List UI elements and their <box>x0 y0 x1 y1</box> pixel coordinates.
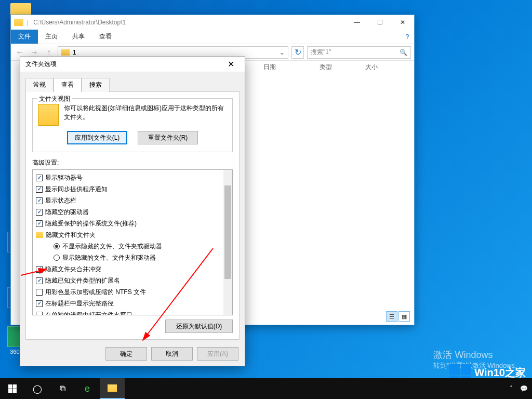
setting-label: 隐藏已知文件类型的扩展名 <box>45 276 120 285</box>
setting-item[interactable]: 显示状态栏 <box>34 195 231 206</box>
dialog-buttons: 确定 取消 应用(A) <box>20 344 245 366</box>
radio[interactable] <box>54 243 60 249</box>
folder-icon <box>36 232 43 238</box>
chevron-down-icon[interactable]: ⌄ <box>280 49 285 56</box>
explorer-titlebar[interactable]: | C:\Users\Administrator\Desktop\1 — ☐ ✕ <box>11 15 414 30</box>
setting-item[interactable]: 隐藏受保护的操作系统文件(推荐) <box>34 218 231 229</box>
scrollbar[interactable] <box>223 170 232 315</box>
address-text: 1 <box>73 49 76 56</box>
close-button[interactable]: ✕ <box>391 15 414 30</box>
setting-item[interactable]: 不显示隐藏的文件、文件夹或驱动器 <box>34 241 231 252</box>
minimize-button[interactable]: — <box>345 15 368 30</box>
dialog-tabs: 常规 查看 搜索 <box>20 72 245 91</box>
refresh-icon[interactable]: ↻ <box>291 46 304 59</box>
folder-views-desc: 你可以将此视图(如详细信息或图标)应用于这种类型的所有文件夹。 <box>64 104 227 122</box>
setting-label: 显示同步提供程序通知 <box>45 184 108 194</box>
tab-view[interactable]: 查看 <box>54 78 82 92</box>
setting-label: 隐藏空的驱动器 <box>45 207 89 217</box>
setting-item[interactable]: 在单独的进程中打开文件夹窗口 <box>34 309 231 315</box>
setting-label: 显示隐藏的文件、文件夹和驱动器 <box>62 253 156 262</box>
tab-view[interactable]: 查看 <box>92 30 119 44</box>
tab-home[interactable]: 主页 <box>38 30 65 44</box>
apply-to-folders-button[interactable]: 应用到文件夹(L) <box>67 131 127 144</box>
setting-label: 显示驱动器号 <box>45 173 83 182</box>
tray-chevron-icon[interactable]: ˄ <box>510 385 513 392</box>
system-tray[interactable]: ˄ 💬 <box>510 385 532 392</box>
maximize-button[interactable]: ☐ <box>368 15 391 30</box>
start-button[interactable] <box>0 378 25 399</box>
folder-icon <box>38 104 59 126</box>
setting-item[interactable]: 显示驱动器号 <box>34 172 231 183</box>
view-icons-button[interactable]: ▦ <box>398 311 410 322</box>
task-view-button[interactable]: ⧉ <box>50 378 75 399</box>
checkbox[interactable] <box>36 175 43 181</box>
dialog-title: 文件夹选项 <box>25 60 57 69</box>
qat-divider: | <box>26 19 28 26</box>
brand-title: Win10之家 <box>474 366 526 380</box>
restore-defaults-button[interactable]: 还原为默认值(D) <box>165 320 233 333</box>
apply-button[interactable]: 应用(A) <box>197 347 238 361</box>
checkbox[interactable] <box>36 186 43 193</box>
setting-label: 不显示隐藏的文件、文件夹或驱动器 <box>62 242 162 251</box>
search-icon: 🔍 <box>400 49 407 56</box>
checkbox[interactable] <box>36 209 43 216</box>
setting-item[interactable]: 隐藏文件夹合并冲突 <box>34 263 231 275</box>
view-details-button[interactable]: ☰ <box>386 311 397 322</box>
checkbox[interactable] <box>36 277 43 284</box>
setting-label: 隐藏文件和文件夹 <box>46 230 96 240</box>
ribbon-tabs: 文件 主页 共享 查看 ? <box>11 30 414 44</box>
dialog-titlebar[interactable]: 文件夹选项 ✕ <box>20 57 245 72</box>
taskbar[interactable]: ◯ ⧉ e ˄ 💬 <box>0 378 532 399</box>
folder-views-fieldset: 文件夹视图 你可以将此视图(如详细信息或图标)应用于这种类型的所有文件夹。 应用… <box>32 98 233 152</box>
folder-icon <box>14 19 23 26</box>
checkbox[interactable] <box>36 289 43 296</box>
radio[interactable] <box>54 255 60 261</box>
setting-item[interactable]: 显示同步提供程序通知 <box>34 183 231 195</box>
tab-search[interactable]: 搜索 <box>82 78 110 92</box>
edge-button[interactable]: e <box>75 378 100 399</box>
help-icon[interactable]: ? <box>401 30 414 44</box>
setting-item[interactable]: 隐藏文件和文件夹 <box>34 229 231 241</box>
checkbox[interactable] <box>36 312 43 316</box>
col-type[interactable]: 类型 <box>313 63 338 72</box>
fieldset-legend: 文件夹视图 <box>37 95 72 103</box>
explorer-taskbar-button[interactable] <box>100 378 125 399</box>
setting-label: 在标题栏中显示完整路径 <box>45 299 114 308</box>
setting-item[interactable]: 显示隐藏的文件、文件夹和驱动器 <box>34 252 231 263</box>
setting-item[interactable]: 隐藏空的驱动器 <box>34 206 231 218</box>
window-path: C:\Users\Administrator\Desktop\1 <box>33 19 126 26</box>
advanced-settings-label: 高级设置: <box>32 158 233 167</box>
setting-label: 隐藏文件夹合并冲突 <box>45 264 101 274</box>
reset-folders-button[interactable]: 重置文件夹(R) <box>138 131 198 144</box>
setting-label: 隐藏受保护的操作系统文件(推荐) <box>45 219 137 228</box>
explorer-sidebar <box>11 61 18 325</box>
setting-item[interactable]: 在标题栏中显示完整路径 <box>34 298 231 309</box>
close-icon[interactable]: ✕ <box>222 58 240 70</box>
dialog-page: 文件夹视图 你可以将此视图(如详细信息或图标)应用于这种类型的所有文件夹。 应用… <box>25 91 240 340</box>
setting-label: 显示状态栏 <box>45 196 76 205</box>
tab-share[interactable]: 共享 <box>65 30 92 44</box>
notifications-icon[interactable]: 💬 <box>520 385 528 392</box>
tab-general[interactable]: 常规 <box>25 78 54 92</box>
setting-label: 用彩色显示加密或压缩的 NTFS 文件 <box>45 287 146 297</box>
folder-icon <box>61 49 70 56</box>
watermark-line1: 激活 Windows <box>433 349 522 361</box>
scrollbar-thumb[interactable] <box>224 185 231 279</box>
search-input[interactable]: 搜索"1" 🔍 <box>307 46 411 59</box>
col-date[interactable]: 日期 <box>257 63 282 72</box>
setting-item[interactable]: 隐藏已知文件类型的扩展名 <box>34 275 231 286</box>
checkbox[interactable] <box>36 266 43 273</box>
folder-options-dialog: 文件夹选项 ✕ 常规 查看 搜索 文件夹视图 你可以将此视图(如详细信息或图标)… <box>20 56 245 366</box>
setting-label: 在单独的进程中打开文件夹窗口 <box>45 310 132 315</box>
checkbox[interactable] <box>36 197 43 204</box>
ok-button[interactable]: 确定 <box>105 347 147 361</box>
tab-file[interactable]: 文件 <box>11 30 38 44</box>
checkbox[interactable] <box>36 220 43 227</box>
cancel-button[interactable]: 取消 <box>151 347 193 361</box>
col-size[interactable]: 大小 <box>359 63 384 72</box>
search-placeholder: 搜索"1" <box>311 48 331 57</box>
cortana-button[interactable]: ◯ <box>25 378 50 399</box>
advanced-settings-tree[interactable]: 显示驱动器号显示同步提供程序通知显示状态栏隐藏空的驱动器隐藏受保护的操作系统文件… <box>32 169 233 315</box>
setting-item[interactable]: 用彩色显示加密或压缩的 NTFS 文件 <box>34 286 231 298</box>
checkbox[interactable] <box>36 300 43 307</box>
